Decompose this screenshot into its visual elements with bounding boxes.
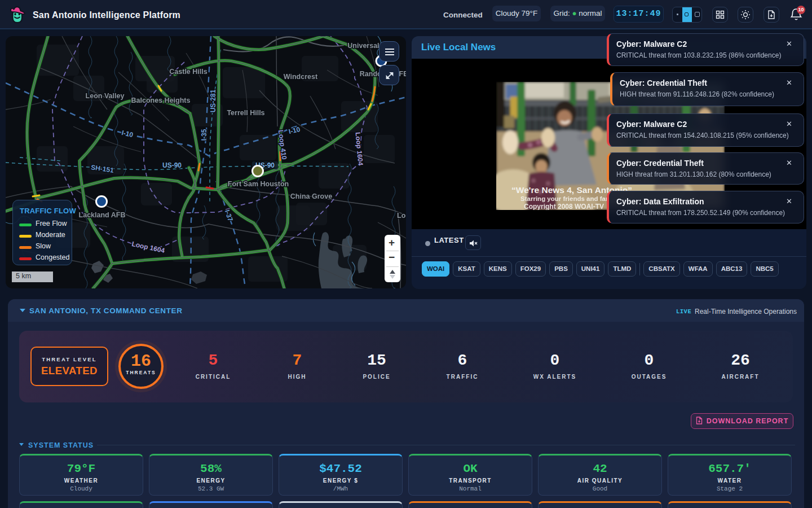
svg-text:Lone Oak: Lone Oak xyxy=(397,212,406,220)
svg-text:US-281: US-281 xyxy=(209,89,217,112)
svg-text:Leon Valley: Leon Valley xyxy=(86,92,125,100)
svg-text:US-90: US-90 xyxy=(162,161,182,169)
svg-text:Loop 1604: Loop 1604 xyxy=(354,132,364,166)
svg-text:Castle Hills: Castle Hills xyxy=(169,68,207,76)
svg-text:I-35: I-35 xyxy=(200,129,208,141)
svg-text:Loop 1604: Loop 1604 xyxy=(131,240,165,255)
svg-text:Windcrest: Windcrest xyxy=(284,73,318,81)
svg-text:I-10: I-10 xyxy=(121,129,134,139)
svg-text:Starring your friends and fami: Starring your friends and family xyxy=(520,195,619,202)
svg-text:Terrell Hills: Terrell Hills xyxy=(227,109,264,117)
svg-text:Copyright 2008 WOAI-TV: Copyright 2008 WOAI-TV xyxy=(524,203,604,210)
svg-text:Lackland AFB: Lackland AFB xyxy=(79,211,126,219)
svg-text:Balcones Heights: Balcones Heights xyxy=(131,97,191,104)
svg-text:Fort Sam Houston: Fort Sam Houston xyxy=(228,180,289,188)
svg-text:I-10: I-10 xyxy=(288,125,301,135)
svg-text:China Grove: China Grove xyxy=(290,192,332,200)
